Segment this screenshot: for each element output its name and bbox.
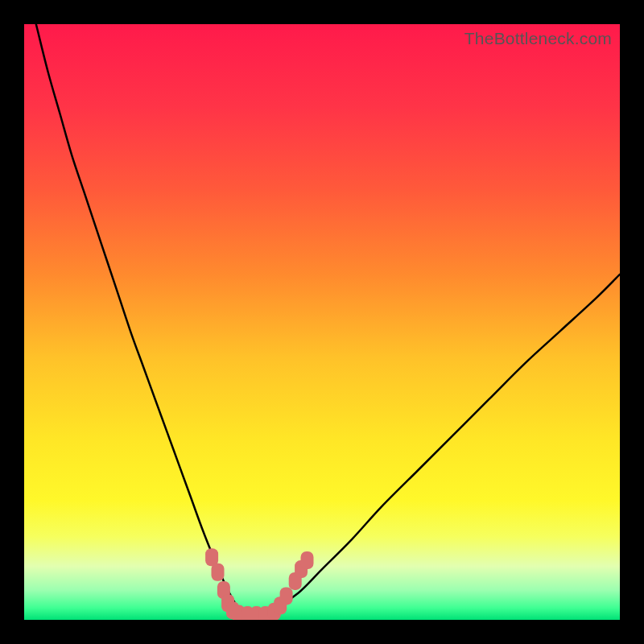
watermark-text: TheBottleneck.com bbox=[464, 29, 612, 48]
marker-dot bbox=[212, 564, 225, 581]
chart-svg bbox=[24, 24, 620, 620]
chart-background bbox=[24, 24, 620, 620]
marker-dot bbox=[280, 587, 293, 605]
chart-frame: TheBottleneck.com bbox=[0, 0, 644, 644]
marker-dot bbox=[301, 551, 314, 569]
plot-area: TheBottleneck.com bbox=[24, 24, 620, 620]
